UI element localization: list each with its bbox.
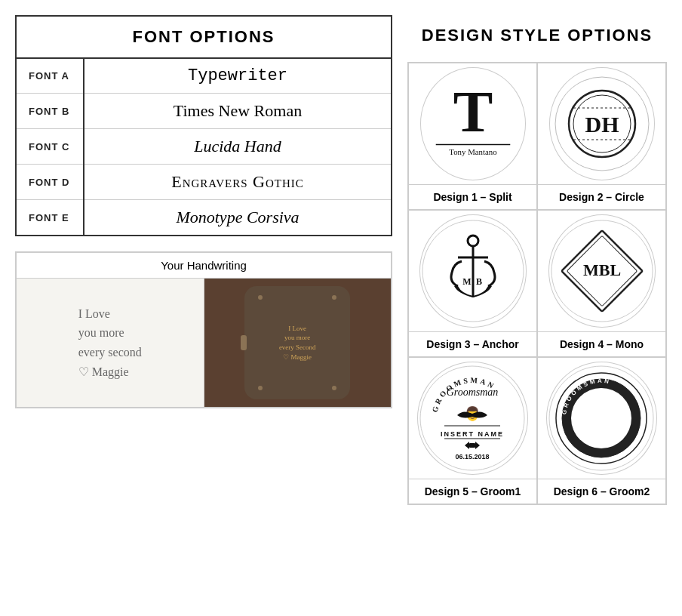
design-5-label: Design 5 – Groom1	[409, 479, 536, 504]
design-3-preview: M B	[413, 211, 533, 331]
design-2-circle: DH	[549, 67, 655, 180]
svg-point-10	[468, 236, 478, 246]
design-cell-3[interactable]: M B Design 3 – Anchor	[408, 210, 537, 357]
font-table: FONT A Typewriter FONT B Times New Roman…	[15, 57, 392, 236]
design-6-label: Design 6 – Groom2	[538, 479, 665, 504]
font-label-c: FONT C	[16, 129, 84, 165]
watch-preview-box: I Loveyou moreevery Second♡ Maggie	[204, 279, 392, 407]
watch-screw-br	[332, 386, 336, 390]
design-4-label: Design 4 – Mono	[538, 331, 665, 356]
design-grid: T Tony Mantano Design 1 – Split	[407, 62, 667, 505]
handwriting-images: I Loveyou moreevery second♡ Maggie I Lov…	[17, 279, 391, 407]
design-5-circle: GROOMSMAN 👨 INSERT NAME	[417, 362, 528, 475]
design-style-panel: DESIGN STYLE OPTIONS T Tony Mantano	[407, 15, 667, 601]
svg-text:B: B	[475, 276, 481, 287]
svg-marker-26	[475, 442, 480, 449]
svg-text:T: T	[453, 79, 493, 144]
design-6-circle: DH GROOMSMAN 06. 30. 19	[546, 362, 657, 475]
svg-text:M: M	[462, 276, 471, 287]
design-3-circle: M B	[419, 214, 527, 328]
svg-text:INSERT NAME: INSERT NAME	[441, 430, 504, 438]
font-label-a: FONT A	[16, 58, 84, 94]
font-row-d[interactable]: FONT D Engravers Gothic	[16, 165, 392, 200]
font-name-d: Engravers Gothic	[84, 165, 392, 200]
watch-screw-tr	[332, 295, 336, 300]
watch-screw-bl	[258, 386, 263, 390]
svg-text:Tony Mantano: Tony Mantano	[449, 147, 496, 156]
design-1-circle: T Tony Mantano	[420, 67, 526, 180]
design-4-circle: MBL	[548, 214, 656, 328]
watch-engraving-text: I Loveyou moreevery Second♡ Maggie	[272, 316, 324, 369]
font-row-c[interactable]: FONT C Lucida Hand	[16, 129, 392, 165]
design-3-label: Design 3 – Anchor	[409, 331, 536, 356]
design-1-preview: T Tony Mantano	[413, 63, 533, 184]
font-label-d: FONT D	[16, 165, 84, 200]
font-name-e: Monotype Corsiva	[84, 200, 392, 236]
font-name-b: Times New Roman	[84, 94, 392, 129]
design-4-svg: MBL	[549, 218, 655, 324]
design-1-label: Design 1 – Split	[409, 184, 536, 209]
design-2-preview: DH	[542, 63, 662, 184]
design-5-preview: GROOMSMAN 👨 INSERT NAME	[413, 358, 533, 479]
watch-screw-tl	[258, 295, 263, 300]
svg-text:DH: DH	[585, 112, 619, 137]
watch-image: I Loveyou moreevery Second♡ Maggie	[244, 286, 350, 399]
svg-marker-25	[465, 442, 469, 449]
design-cell-4[interactable]: MBL Design 4 – Mono	[537, 210, 666, 357]
font-row-e[interactable]: FONT E Monotype Corsiva	[16, 200, 392, 236]
design-2-svg: DH	[553, 75, 651, 173]
design-cell-1[interactable]: T Tony Mantano Design 1 – Split	[408, 63, 537, 210]
font-label-e: FONT E	[16, 200, 84, 236]
font-options-title: FONT OPTIONS	[15, 15, 392, 57]
design-2-label: Design 2 – Circle	[538, 184, 665, 209]
font-row-a[interactable]: FONT A Typewriter	[16, 58, 392, 94]
design-6-preview: DH GROOMSMAN 06. 30. 19	[542, 358, 662, 479]
font-name-a: Typewriter	[84, 58, 392, 94]
handwriting-paper-box: I Loveyou moreevery second♡ Maggie	[17, 279, 204, 407]
svg-text:MBL: MBL	[582, 260, 620, 279]
design-cell-5[interactable]: GROOMSMAN 👨 INSERT NAME	[408, 357, 537, 504]
design-3-svg: M B	[420, 218, 526, 324]
design-1-svg: T Tony Mantano	[421, 71, 525, 177]
design-5-svg: GROOMSMAN 👨 INSERT NAME	[418, 364, 527, 473]
svg-text:Groomsman: Groomsman	[447, 387, 499, 398]
handwriting-title: Your Handwriting	[17, 253, 391, 279]
font-options-panel: FONT OPTIONS FONT A Typewriter FONT B Ti…	[15, 15, 392, 601]
font-name-c: Lucida Hand	[84, 129, 392, 165]
handwritten-text: I Loveyou moreevery second♡ Maggie	[78, 304, 142, 381]
watch-knob	[241, 335, 247, 350]
svg-text:06.15.2018: 06.15.2018	[455, 453, 489, 460]
design-style-title: DESIGN STYLE OPTIONS	[407, 15, 667, 56]
svg-rect-27	[469, 443, 475, 448]
design-6-svg: DH GROOMSMAN 06. 30. 19	[547, 364, 656, 473]
font-label-b: FONT B	[16, 94, 84, 129]
font-row-b[interactable]: FONT B Times New Roman	[16, 94, 392, 129]
design-4-preview: MBL	[542, 211, 662, 331]
handwriting-section: Your Handwriting I Loveyou moreevery sec…	[15, 251, 392, 408]
design-cell-2[interactable]: DH Design 2 – Circle	[537, 63, 666, 210]
design-cell-6[interactable]: DH GROOMSMAN 06. 30. 19	[537, 357, 666, 504]
svg-text:DH: DH	[585, 405, 619, 430]
